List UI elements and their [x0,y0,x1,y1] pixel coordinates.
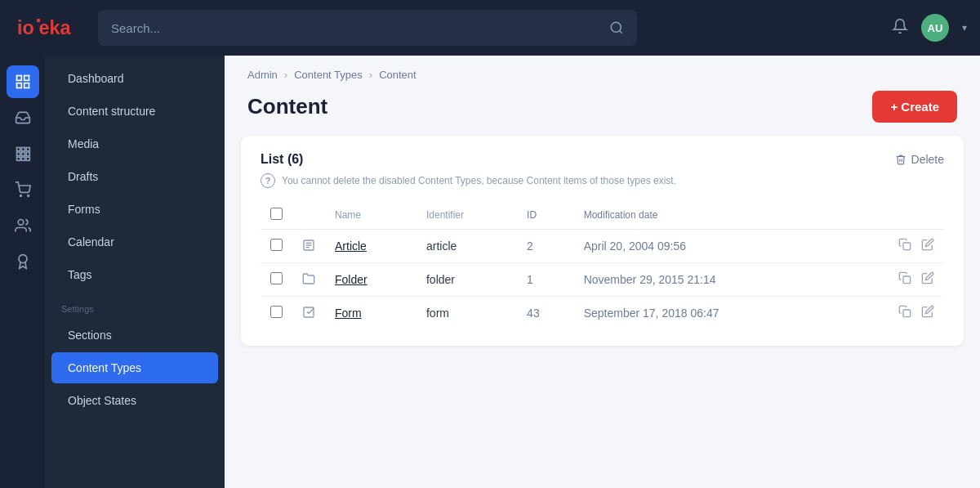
topbar-right: AU ▾ [892,14,967,42]
sidebar-item-forms[interactable]: Forms [51,194,218,225]
svg-rect-10 [21,148,24,151]
search-input[interactable] [111,21,609,35]
row-name-link-1[interactable]: Folder [335,273,368,286]
col-name: Name [325,201,416,230]
settings-section-label: Settings [45,291,225,319]
svg-rect-15 [16,157,20,160]
svg-rect-14 [26,152,29,155]
sidebar-item-object-states[interactable]: Object States [51,385,218,416]
svg-rect-6 [24,76,29,81]
col-modification-date: Modification date [574,201,847,230]
sidebar-item-content-structure[interactable]: Content structure [51,96,218,127]
svg-rect-26 [903,243,911,250]
sidebar-item-content-types[interactable]: Content Types [51,352,218,383]
svg-rect-11 [26,148,29,151]
folder-icon [302,274,315,288]
sidebar-item-tags[interactable]: Tags [51,259,218,290]
svg-line-4 [619,30,621,33]
breadcrumb-sep-1: › [284,69,287,81]
svg-point-3 [611,22,621,32]
warning-text: You cannot delete the disabled Content T… [282,175,676,186]
search-icon [609,20,624,35]
notification-icon[interactable] [892,18,908,38]
svg-point-19 [27,195,29,197]
topbar: io eka AU ▾ [0,0,980,56]
edit-icon-0[interactable] [921,238,934,254]
sidebar-icon-inbox[interactable] [7,101,39,134]
row-checkbox-1[interactable] [270,272,283,284]
sidebar-icon-dashboard[interactable] [7,65,39,98]
table-row: Folder folder 1 November 29, 2015 21:14 [261,263,944,297]
content-types-table: Name Identifier ID Modification date Art… [261,201,944,329]
row-identifier-1: folder [416,263,517,297]
svg-rect-29 [903,310,911,317]
row-name-link-0[interactable]: Article [335,240,367,253]
copy-icon-0[interactable] [898,238,911,254]
svg-rect-5 [16,76,21,81]
svg-rect-13 [21,152,24,155]
main-content: Admin › Content Types › Content Content … [225,56,980,488]
trash-icon [895,154,906,165]
edit-icon-2[interactable] [921,305,934,321]
svg-point-20 [18,220,24,226]
main-layout: Dashboard Content structure Media Drafts… [0,56,980,488]
delete-button[interactable]: Delete [895,153,944,166]
row-identifier-2: form [416,297,517,330]
sidebar-icon-cart[interactable] [7,173,39,206]
breadcrumb-current: Content [379,69,416,81]
table-row: Article article 2 April 20, 2004 09:56 [261,230,944,263]
row-checkbox-0[interactable] [270,239,283,251]
breadcrumb: Admin › Content Types › Content [225,56,980,87]
svg-point-18 [20,195,21,197]
col-id: ID [517,201,574,230]
edit-icon-1[interactable] [921,271,934,288]
breadcrumb-admin[interactable]: Admin [247,69,278,81]
copy-icon-2[interactable] [898,305,911,321]
svg-text:io: io [17,17,34,38]
select-all-checkbox[interactable] [270,208,283,220]
row-id-1: 1 [517,263,574,297]
sidebar-item-calendar[interactable]: Calendar [51,226,218,257]
svg-point-21 [19,255,27,263]
sidebar-item-media[interactable]: Media [51,128,218,159]
form-icon [302,307,315,321]
row-checkbox-2[interactable] [270,306,283,318]
svg-rect-16 [21,157,24,160]
sidebar-icon-marketing[interactable] [7,209,39,242]
user-menu-chevron[interactable]: ▾ [962,22,967,34]
sidebar-item-drafts[interactable]: Drafts [51,161,218,192]
col-type-icon [292,201,325,230]
article-icon [302,240,315,254]
svg-rect-8 [16,83,21,88]
warning-row: ? You cannot delete the disabled Content… [261,173,944,188]
sidebar-item-sections[interactable]: Sections [51,320,218,351]
warning-icon: ? [261,173,275,188]
page-header: Content + Create [225,87,980,136]
svg-rect-9 [16,148,20,151]
svg-rect-12 [16,152,20,155]
svg-rect-27 [903,276,911,284]
svg-rect-7 [24,83,29,88]
avatar[interactable]: AU [921,14,949,42]
logo: io eka [13,11,78,44]
svg-text:eka: eka [38,17,71,38]
create-button[interactable]: + Create [872,91,957,123]
breadcrumb-content-types[interactable]: Content Types [294,69,363,81]
sidebar-icon-badges[interactable] [7,245,39,278]
list-title: List (6) [261,152,303,167]
sidebar-item-dashboard[interactable]: Dashboard [51,63,218,94]
breadcrumb-sep-2: › [369,69,372,81]
sidebar-icon-grid[interactable] [7,137,39,170]
col-checkbox [261,201,292,230]
delete-label: Delete [911,153,944,166]
content-card: List (6) Delete ? You cannot delete the … [241,136,964,346]
row-date-2: September 17, 2018 06:47 [574,297,847,330]
row-id-0: 2 [517,230,574,263]
table-row: Form form 43 September 17, 2018 06:47 [261,297,944,330]
row-id-2: 43 [517,297,574,330]
row-name-link-2[interactable]: Form [335,307,362,320]
nav-sidebar: Dashboard Content structure Media Drafts… [45,56,225,488]
col-identifier: Identifier [416,201,517,230]
search-bar[interactable] [98,10,637,46]
copy-icon-1[interactable] [898,271,911,288]
